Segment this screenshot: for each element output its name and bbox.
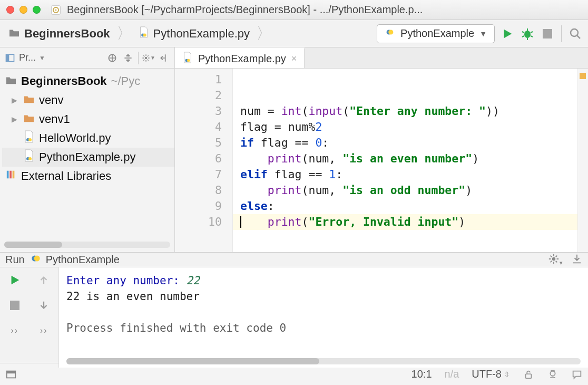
svg-point-7 — [524, 31, 531, 38]
down-trace-button[interactable] — [36, 298, 51, 313]
library-icon — [5, 169, 17, 183]
svg-point-14 — [28, 138, 32, 141]
more-run-right[interactable]: ›› — [36, 323, 51, 338]
svg-point-12 — [145, 56, 148, 59]
breadcrumb-file[interactable]: PythonExample.py — [135, 24, 253, 43]
tool-windows-button[interactable] — [5, 369, 17, 380]
collapse-all-button[interactable] — [121, 51, 135, 65]
project-view-button[interactable] — [3, 51, 17, 65]
svg-point-28 — [550, 371, 555, 376]
project-scrollbar[interactable] — [4, 242, 170, 248]
line-separator[interactable]: n/a — [445, 368, 459, 380]
tree-dir-venv1[interactable]: ▶ venv1 — [2, 110, 174, 129]
folder-icon — [23, 112, 35, 126]
python-file-icon — [182, 52, 193, 66]
editor-tab-pythonexample[interactable]: PythonExample.py × — [175, 47, 305, 68]
warning-marker[interactable] — [580, 73, 586, 79]
tree-file-helloworld[interactable]: HelloWorld.py — [2, 129, 174, 148]
project-toolbar: Pr...▼ ▼ — [0, 47, 174, 69]
close-tab-button[interactable]: × — [291, 53, 297, 64]
breadcrumb-separator: 〉 — [253, 23, 275, 44]
search-everywhere-button[interactable] — [568, 26, 583, 41]
dropdown-icon: ▼ — [39, 54, 45, 62]
caret-position[interactable]: 10:1 — [411, 368, 432, 380]
svg-rect-10 — [6, 54, 9, 61]
close-window-button[interactable] — [6, 6, 14, 14]
breadcrumb-file-label: PythonExample.py — [153, 27, 250, 41]
app-icon — [50, 4, 62, 16]
scrollbar-thumb[interactable] — [66, 358, 319, 364]
tree-file-pythonexample[interactable]: PythonExample.py — [2, 148, 174, 167]
code-content[interactable]: num = int(input("Enter any number: ")) f… — [233, 69, 577, 252]
folder-icon — [8, 27, 20, 41]
run-panel-header: Run PythonExample ▾ — [0, 253, 588, 267]
run-body: ›› ›› Enter any number: 22 22 is an even… — [0, 267, 588, 368]
settings-button[interactable]: ▼ — [142, 51, 155, 65]
dropdown-icon: ▼ — [479, 30, 487, 38]
project-tree[interactable]: BeginnersBook ~/Pyc ▶ venv ▶ venv1 Hello… — [0, 69, 174, 239]
python-file-icon — [23, 149, 35, 165]
svg-point-6 — [388, 30, 393, 34]
run-config-select[interactable]: PythonExample ▼ — [377, 24, 495, 43]
console-scrollbar[interactable] — [66, 358, 581, 364]
more-run-left[interactable]: ›› — [7, 323, 22, 338]
stop-icon — [543, 29, 552, 38]
toolbar-right: PythonExample ▼ — [377, 24, 583, 43]
scrollbar-thumb[interactable] — [4, 242, 62, 248]
readonly-toggle[interactable] — [523, 369, 534, 380]
project-toolbar-label[interactable]: Pr...▼ — [19, 52, 103, 63]
expand-icon[interactable]: ▶ — [12, 96, 19, 104]
feedback-button[interactable] — [571, 369, 583, 380]
tree-dir-venv[interactable]: ▶ venv — [2, 91, 174, 110]
main: Pr...▼ ▼ BeginnersBook ~/Pyc ▶ venv ▶ v — [0, 47, 588, 252]
python-icon — [385, 26, 395, 41]
run-panel: Run PythonExample ▾ ›› ›› Enter any numb… — [0, 252, 588, 363]
svg-point-4 — [143, 33, 146, 36]
download-button[interactable] — [571, 253, 583, 267]
stop-run-button[interactable] — [7, 298, 22, 313]
svg-rect-19 — [13, 171, 15, 179]
svg-rect-17 — [7, 171, 9, 179]
svg-rect-27 — [526, 374, 532, 378]
up-trace-button[interactable] — [36, 273, 51, 287]
expand-icon[interactable]: ▶ — [12, 115, 19, 123]
file-encoding[interactable]: UTF-8⇳ — [472, 368, 510, 380]
navbar: BeginnersBook 〉 PythonExample.py 〉 Pytho… — [0, 20, 588, 47]
run-panel-config[interactable]: PythonExample — [30, 253, 120, 267]
rerun-button[interactable] — [7, 273, 22, 287]
minimize-window-button[interactable] — [19, 6, 27, 14]
toolbar-divider — [561, 25, 562, 42]
inspections-button[interactable] — [547, 369, 558, 380]
run-config-label: PythonExample — [400, 27, 474, 40]
svg-point-21 — [187, 59, 190, 62]
folder-icon — [23, 93, 35, 107]
svg-point-2 — [55, 9, 57, 11]
project-sidebar: Pr...▼ ▼ BeginnersBook ~/Pyc ▶ venv ▶ v — [0, 47, 175, 252]
breadcrumb-project-label: BeginnersBook — [24, 27, 110, 41]
window-title: BeginnersBook [~/PycharmProjects/Beginne… — [67, 4, 582, 16]
svg-point-16 — [28, 157, 32, 160]
debug-button[interactable] — [520, 26, 535, 41]
svg-point-23 — [34, 256, 40, 262]
svg-rect-18 — [9, 171, 12, 179]
breadcrumb-project[interactable]: BeginnersBook — [5, 24, 113, 43]
code-area[interactable]: 1 2 3 4 5 6 7 8 9 10 num = int(input("En… — [175, 69, 588, 252]
line-gutter[interactable]: 1 2 3 4 5 6 7 8 9 10 — [175, 69, 233, 252]
titlebar: BeginnersBook [~/PycharmProjects/Beginne… — [0, 0, 588, 20]
folder-icon — [5, 74, 17, 88]
svg-point-8 — [571, 29, 578, 36]
run-settings-button[interactable]: ▾ — [548, 253, 563, 267]
breadcrumb-separator: 〉 — [113, 23, 135, 44]
toolbar-divider — [138, 52, 139, 64]
python-file-icon — [139, 26, 149, 41]
maximize-window-button[interactable] — [33, 6, 41, 14]
console-output[interactable]: Enter any number: 22 22 is an even numbe… — [59, 267, 588, 368]
hide-panel-button[interactable] — [158, 51, 171, 65]
error-stripe[interactable] — [577, 69, 588, 252]
svg-point-24 — [552, 257, 555, 260]
tree-root[interactable]: BeginnersBook ~/Pyc — [2, 72, 174, 91]
scroll-from-source-button[interactable] — [105, 51, 119, 65]
tree-external-libraries[interactable]: External Libraries — [2, 167, 174, 186]
stop-button[interactable] — [540, 26, 555, 41]
run-button[interactable] — [500, 26, 515, 41]
